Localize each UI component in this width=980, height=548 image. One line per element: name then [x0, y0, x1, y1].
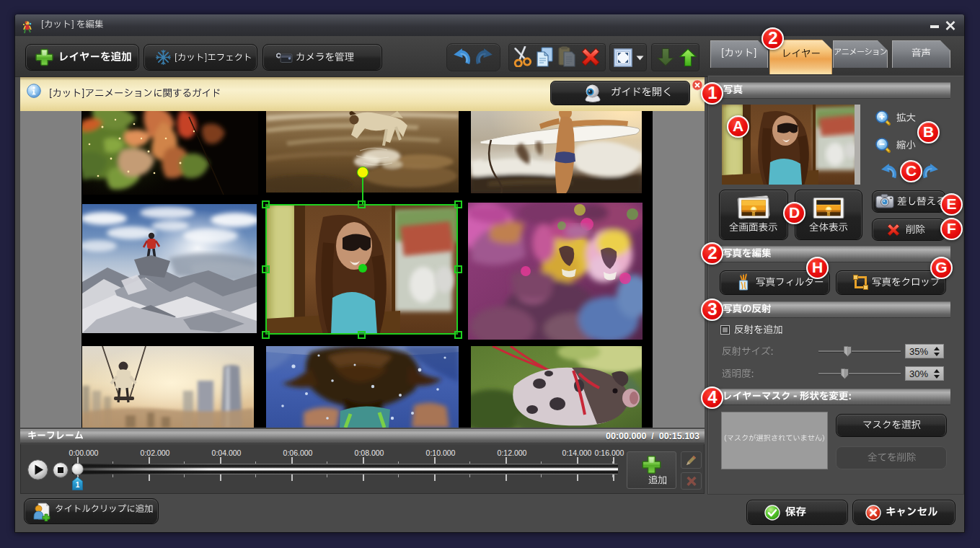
- svg-text:1: 1: [76, 481, 80, 489]
